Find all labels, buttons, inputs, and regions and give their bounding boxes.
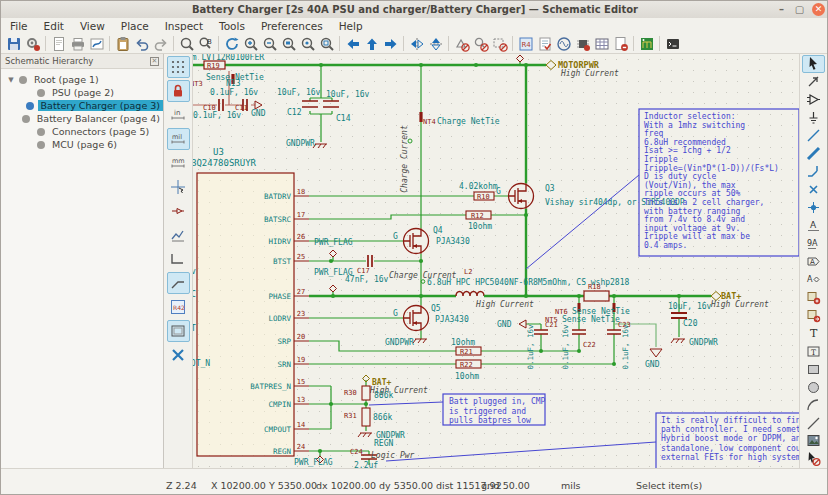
sheet-mcu[interactable]: MCU (page 6)	[7, 138, 163, 151]
hidden-fields-icon[interactable]	[167, 224, 190, 246]
open-pcb-icon[interactable]	[637, 35, 656, 53]
external-tools-icon[interactable]	[167, 344, 190, 366]
zoom-selection-icon[interactable]	[317, 35, 336, 53]
nt3-nettie[interactable]: Sense NetTie NT3 N13	[193, 73, 264, 88]
r12-resistor[interactable]: R12 10ohm	[466, 211, 492, 231]
erc-icon[interactable]	[535, 35, 554, 53]
edit-library-disabled-icon[interactable]	[471, 35, 490, 53]
cursor-shape-icon[interactable]	[167, 176, 190, 198]
sheet-pin-icon[interactable]	[802, 306, 825, 324]
hidden-pins-icon[interactable]	[167, 200, 190, 222]
undo-icon[interactable]	[132, 35, 151, 53]
edit-symbol-disabled-icon[interactable]	[452, 35, 471, 53]
regn-label[interactable]: REGN	[374, 439, 393, 448]
q4-mosfet[interactable]: G Q4 PJA3430	[393, 226, 470, 254]
menu-tools[interactable]: Tools	[219, 20, 245, 32]
r10-resistor[interactable]: R10 4.02kohm	[459, 182, 498, 201]
menu-view[interactable]: View	[80, 20, 105, 32]
select-cursor-icon[interactable]	[802, 55, 825, 73]
r31-resistor[interactable]: R31 866k	[344, 408, 392, 426]
c11-capacitor[interactable]: C11 0.1uF, 16v	[193, 99, 248, 120]
global-label-icon[interactable]: A	[802, 252, 825, 270]
zoom-in-icon[interactable]	[241, 35, 260, 53]
pwr-flag-hidrv-label[interactable]: PWR_FLAG	[314, 238, 353, 247]
mirror-h-icon[interactable]	[426, 35, 445, 53]
no-connect-icon[interactable]	[802, 181, 825, 199]
pwr-flag-regn-label[interactable]: PWR_FLAG	[294, 458, 333, 467]
menu-inspect[interactable]: Inspect	[165, 20, 203, 32]
c20-capacitor[interactable]: 10uF, 16v C20	[668, 302, 712, 328]
settings-gear-icon[interactable]	[23, 35, 42, 53]
minimize-button[interactable]: –	[776, 4, 787, 15]
net-label-icon[interactable]: A	[802, 217, 825, 235]
bat-plus-global-label[interactable]: BAT+ High Current	[710, 291, 769, 309]
titlebar[interactable]: Battery Charger [2s 40A PSU and charger/…	[1, 1, 828, 18]
r21-resistor[interactable]: R21 10ohm	[451, 338, 481, 356]
note-inductor-selection[interactable]: Inductor selection: With a 1mhz switchin…	[526, 109, 799, 269]
plot-icon[interactable]	[87, 35, 106, 53]
nav-back-icon[interactable]	[343, 35, 362, 53]
c23-capacitor[interactable]: C23 0.1uF, 16v	[607, 321, 631, 370]
nav-up-icon[interactable]	[362, 35, 381, 53]
motorpwr-global-label[interactable]: MOTORPWR High Current	[546, 60, 619, 78]
symbol-table-icon[interactable]	[592, 35, 611, 53]
export-netlist-icon[interactable]	[611, 35, 630, 53]
grid-visibility-icon[interactable]	[167, 56, 190, 78]
u3-symbol[interactable]: U3 BQ24780SRUYR BATDRV BATSRC HIDRV BTST…	[193, 147, 309, 456]
find-replace-icon[interactable]: B	[196, 35, 215, 53]
units-mils-icon[interactable]: mil	[167, 128, 190, 150]
r19-resistor[interactable]: R19 hm LVT12R0100FER	[193, 54, 264, 70]
lock-icon[interactable]	[167, 80, 190, 102]
menu-place[interactable]: Place	[121, 20, 149, 32]
arc-icon[interactable]	[802, 396, 825, 414]
bus-entry-icon[interactable]	[802, 163, 825, 181]
annotate-icon[interactable]: R4	[516, 35, 535, 53]
wires-45-icon[interactable]	[167, 272, 190, 294]
delete-tool-icon[interactable]	[802, 450, 825, 468]
note-batt-plugged[interactable]: Batt plugged in, CMP is triggered and pu…	[369, 394, 546, 425]
junction-icon[interactable]	[802, 199, 825, 217]
circle-icon[interactable]	[802, 378, 825, 396]
pwr-flag-phase-icon[interactable]	[330, 285, 337, 292]
find-icon[interactable]	[177, 35, 196, 53]
gndpwr-symbol-q5[interactable]: GNDPWR	[385, 338, 427, 347]
menu-edit[interactable]: Edit	[44, 20, 64, 32]
c21-capacitor[interactable]: C21 0.1uF, 16v	[526, 321, 558, 370]
gnd-power-symbol[interactable]: GND	[251, 101, 266, 118]
caret-down-icon[interactable]: ▼	[7, 76, 15, 84]
units-inches-icon[interactable]: in	[167, 104, 190, 126]
line-icon[interactable]	[802, 414, 825, 432]
redo-icon[interactable]	[151, 35, 170, 53]
gnd-symbol-mid[interactable]: GND	[497, 320, 526, 329]
frame-border-icon[interactable]	[167, 320, 190, 342]
bat-plus-divider-label[interactable]: BAT+ High Current	[363, 375, 428, 395]
units-mm-icon[interactable]: mm	[167, 152, 190, 174]
highlight-net-icon[interactable]	[802, 73, 825, 91]
hierarchical-label-icon[interactable]: A	[802, 270, 825, 288]
sheet-root[interactable]: ▼Root (page 1)	[7, 73, 163, 86]
r22-resistor[interactable]: R22 10ohm	[455, 360, 481, 381]
c12-c14-capacitors[interactable]: 10uF, 16v 10uF, 16v C12 C14	[277, 88, 370, 123]
menu-help[interactable]: Help	[339, 20, 363, 32]
l2-ref[interactable]: L2	[464, 268, 472, 276]
simulator-icon[interactable]	[554, 35, 573, 53]
print-icon[interactable]	[68, 35, 87, 53]
u3-ref[interactable]: U3	[213, 147, 224, 157]
gndpwr-symbol-c20[interactable]: GNDPWR	[671, 338, 718, 347]
image-icon[interactable]	[802, 432, 825, 450]
rectangle-icon[interactable]	[802, 360, 825, 378]
hv-wires-icon[interactable]	[167, 248, 190, 270]
gnd-symbol-right[interactable]: GND	[645, 349, 662, 369]
paste-icon[interactable]	[113, 35, 132, 53]
zoom-out-icon[interactable]	[260, 35, 279, 53]
edit-fields-disabled-icon[interactable]	[490, 35, 509, 53]
place-power-icon[interactable]	[802, 109, 825, 127]
zoom-object-icon[interactable]	[298, 35, 317, 53]
pwr-flag-top-icon[interactable]	[517, 55, 524, 62]
save-icon[interactable]	[4, 35, 23, 53]
sheet-battery-charger[interactable]: Battery Charger (page 3)	[7, 99, 163, 112]
maximize-button[interactable]: ▢	[794, 4, 805, 15]
new-sheet-icon[interactable]	[49, 35, 68, 53]
c22-capacitor[interactable]: C22 0.1uF, 16v	[561, 324, 596, 370]
menu-preferences[interactable]: Preferences	[261, 20, 323, 32]
